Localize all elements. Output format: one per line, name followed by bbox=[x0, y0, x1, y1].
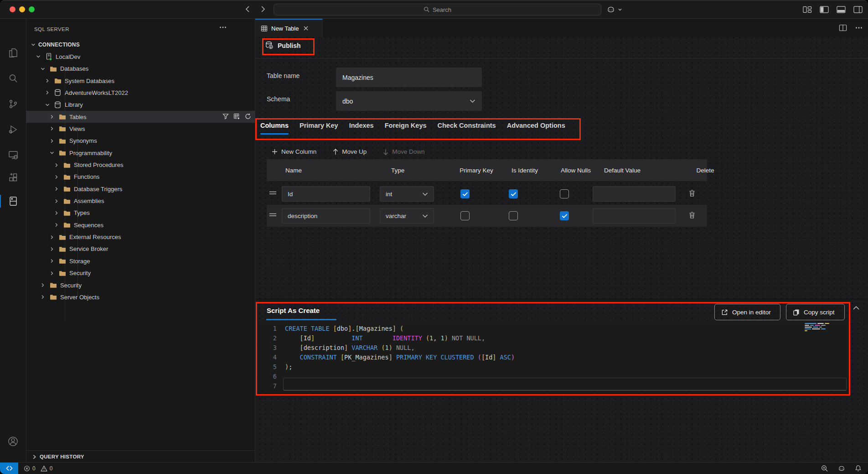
chevron-collapsed-icon[interactable] bbox=[54, 174, 59, 180]
split-editor-icon[interactable] bbox=[839, 24, 847, 31]
chevron-collapsed-icon[interactable] bbox=[54, 198, 59, 204]
extensions-icon[interactable] bbox=[0, 167, 26, 188]
chevron-expanded-icon[interactable] bbox=[36, 54, 41, 59]
tab-new-table[interactable]: New Table bbox=[255, 19, 323, 37]
designer-tab-indexes[interactable]: Indexes bbox=[349, 122, 374, 135]
more-actions-icon[interactable] bbox=[219, 26, 227, 29]
tree-item-databases[interactable]: Databases bbox=[26, 63, 255, 75]
sql-code-editor[interactable]: 1CREATE TABLE [dbo].[Magazines] (2 [Id] … bbox=[258, 322, 847, 394]
notifications-bell-icon[interactable] bbox=[855, 465, 862, 472]
tree-item-system-databases[interactable]: System Databases bbox=[26, 75, 255, 87]
tree-item-types[interactable]: Types bbox=[26, 207, 255, 219]
toggle-secondary-sidebar-icon[interactable] bbox=[853, 5, 863, 14]
search-view-icon[interactable] bbox=[0, 68, 26, 89]
run-and-debug-icon[interactable] bbox=[0, 120, 26, 140]
maximize-window-button[interactable] bbox=[29, 6, 35, 12]
chevron-expanded-icon[interactable] bbox=[31, 42, 36, 47]
tree-item-storage[interactable]: Storage bbox=[26, 255, 255, 267]
chevron-up-icon[interactable] bbox=[852, 305, 860, 311]
default-value-input[interactable] bbox=[593, 208, 676, 224]
tree-item-adventureworkslt2022[interactable]: AdventureWorksLT2022 bbox=[26, 87, 255, 99]
zoom-status-icon[interactable] bbox=[821, 465, 828, 472]
empty-line-input[interactable] bbox=[283, 378, 847, 391]
chevron-collapsed-icon[interactable] bbox=[54, 222, 59, 228]
open-in-editor-button[interactable]: Open in editor bbox=[714, 304, 780, 320]
chevron-collapsed-icon[interactable] bbox=[49, 271, 55, 276]
remote-indicator[interactable] bbox=[0, 463, 18, 474]
primary-key-checkbox-unchecked[interactable] bbox=[460, 211, 470, 220]
tree-item-synonyms[interactable]: Synonyms bbox=[26, 135, 255, 147]
forward-icon[interactable] bbox=[258, 5, 267, 14]
tree-item-database-triggers[interactable]: Database Triggers bbox=[26, 183, 255, 195]
primary-key-checkbox-checked[interactable] bbox=[460, 189, 470, 198]
chevron-collapsed-icon[interactable] bbox=[54, 186, 59, 192]
designer-tab-advanced-options[interactable]: Advanced Options bbox=[507, 122, 565, 135]
search-input[interactable]: Search bbox=[274, 4, 601, 16]
tree-item-security[interactable]: Security bbox=[26, 267, 255, 279]
chevron-collapsed-icon[interactable] bbox=[49, 126, 55, 131]
chevron-collapsed-icon[interactable] bbox=[45, 90, 50, 95]
chevron-collapsed-icon[interactable] bbox=[49, 138, 55, 144]
close-window-button[interactable] bbox=[10, 6, 16, 12]
copy-script-button[interactable]: Copy script bbox=[786, 304, 845, 320]
tree-item-connections[interactable]: CONNECTIONS bbox=[26, 39, 255, 51]
tree-item-programmability[interactable]: Programmability bbox=[26, 147, 255, 159]
tree-item-tables[interactable]: Tables bbox=[26, 111, 255, 123]
chevron-collapsed-icon[interactable] bbox=[40, 282, 46, 288]
schema-select[interactable]: dbo bbox=[336, 91, 482, 111]
back-icon[interactable] bbox=[243, 5, 253, 14]
allow-nulls-checkbox-checked[interactable] bbox=[560, 211, 569, 220]
toggle-primary-sidebar-icon[interactable] bbox=[820, 5, 829, 14]
chevron-expanded-icon[interactable] bbox=[49, 150, 55, 156]
delete-column-trash-icon[interactable] bbox=[688, 189, 696, 197]
source-control-icon[interactable] bbox=[0, 94, 26, 114]
chevron-collapsed-icon[interactable] bbox=[49, 114, 55, 120]
column-name-input[interactable]: Id bbox=[282, 186, 370, 202]
remote-explorer-icon[interactable] bbox=[0, 145, 26, 165]
chevron-collapsed-icon[interactable] bbox=[49, 246, 55, 252]
minimize-window-button[interactable] bbox=[19, 6, 25, 12]
tree-item-security[interactable]: Security bbox=[26, 279, 255, 291]
designer-tab-columns[interactable]: Columns bbox=[260, 122, 289, 135]
chevron-collapsed-icon[interactable] bbox=[54, 162, 59, 168]
explorer-icon[interactable] bbox=[0, 43, 26, 63]
refresh-icon[interactable] bbox=[245, 113, 251, 120]
chevron-collapsed-icon[interactable] bbox=[40, 294, 46, 300]
designer-tab-check-constraints[interactable]: Check Constraints bbox=[438, 122, 496, 135]
chevron-collapsed-icon[interactable] bbox=[49, 258, 55, 264]
customize-layout-icon[interactable] bbox=[803, 5, 812, 14]
column-name-input[interactable]: description bbox=[282, 208, 370, 224]
move-down-button[interactable]: Move Down bbox=[383, 148, 424, 155]
is-identity-checkbox-checked[interactable] bbox=[509, 189, 518, 198]
drag-handle-icon[interactable] bbox=[269, 213, 277, 217]
tree-item-library[interactable]: Library bbox=[26, 99, 255, 111]
chevron-expanded-icon[interactable] bbox=[40, 66, 46, 72]
chevron-collapsed-icon[interactable] bbox=[45, 78, 50, 83]
delete-column-trash-icon[interactable] bbox=[688, 211, 696, 219]
copilot-menu[interactable] bbox=[606, 4, 622, 15]
new-column-button[interactable]: New Column bbox=[272, 148, 316, 155]
publish-button[interactable]: Publish bbox=[265, 41, 301, 50]
tree-item-functions[interactable]: Functions bbox=[26, 171, 255, 183]
designer-tab-foreign-keys[interactable]: Foreign Keys bbox=[385, 122, 427, 135]
designer-tab-primary-key[interactable]: Primary Key bbox=[300, 122, 338, 135]
filter-icon[interactable] bbox=[222, 113, 229, 120]
problems-status[interactable]: 0 0 bbox=[24, 465, 52, 472]
close-tab-icon[interactable] bbox=[303, 26, 309, 31]
tree-item-sequences[interactable]: Sequences bbox=[26, 219, 255, 231]
tree-item-localdev[interactable]: LocalDev bbox=[26, 51, 255, 63]
new-table-icon[interactable] bbox=[233, 113, 240, 120]
tree-item-service-broker[interactable]: Service Broker bbox=[26, 243, 255, 255]
chevron-collapsed-icon[interactable] bbox=[54, 210, 59, 216]
tree-item-external-resources[interactable]: External Resources bbox=[26, 231, 255, 243]
editor-more-actions-icon[interactable] bbox=[855, 26, 863, 29]
default-value-input[interactable] bbox=[593, 186, 676, 202]
move-up-button[interactable]: Move Up bbox=[333, 148, 367, 155]
sql-server-view-icon[interactable] bbox=[0, 191, 26, 211]
chevron-collapsed-icon[interactable] bbox=[49, 234, 55, 240]
script-as-create-tab[interactable]: Script As Create bbox=[267, 307, 320, 314]
tree-item-stored-procedures[interactable]: Stored Procedures bbox=[26, 159, 255, 171]
tree-item-assemblies[interactable]: Assemblies bbox=[26, 195, 255, 207]
toggle-panel-icon[interactable] bbox=[837, 5, 846, 14]
chevron-expanded-icon[interactable] bbox=[45, 102, 50, 108]
